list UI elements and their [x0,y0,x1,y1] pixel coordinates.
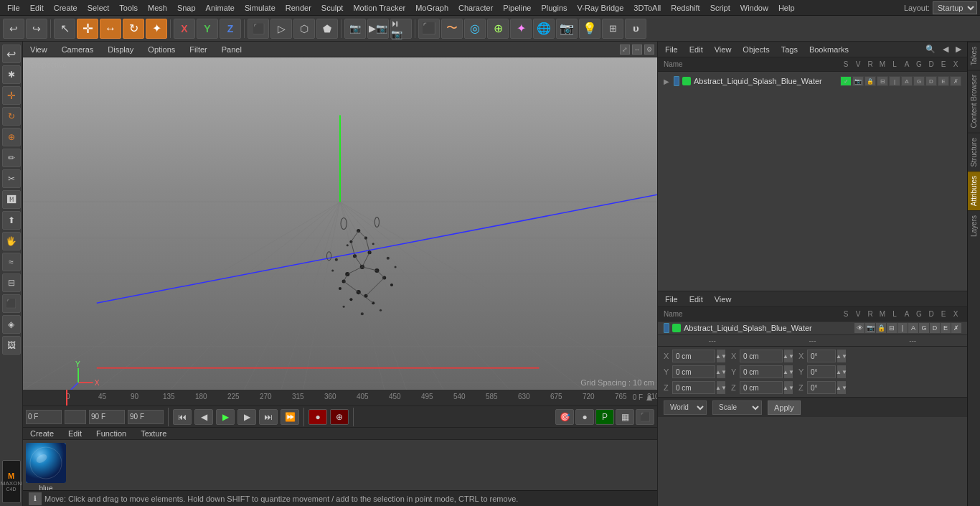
menu-snap[interactable]: Snap [173,2,200,14]
attr-flag-9[interactable]: E [941,323,951,333]
menu-create[interactable]: Create [50,2,82,14]
menu-mesh[interactable]: Mesh [143,2,171,14]
sidebar-rotate[interactable]: ↻ [2,107,21,126]
menu-window[interactable]: Window [736,2,773,14]
mat-menu-create[interactable]: Create [26,428,58,439]
view-btn[interactable]: ⬛ [636,409,654,425]
prev-frame-btn[interactable]: ◀ [194,409,213,425]
play-forward[interactable]: ⏩ [281,409,299,425]
attr-flag-2[interactable]: 📷 [865,323,875,333]
sidebar-extrude[interactable]: ⬆ [2,211,21,230]
om-flag-extra1[interactable]: ⊟ [877,76,888,86]
om-nav-icon-2[interactable]: ▶ [953,44,964,54]
rot-x-arrow[interactable]: ▲▼ [784,350,793,362]
object-row-main[interactable]: ▶ Abstract_Liquid_Splash_Blue_Water ✓ 📷 … [661,75,964,88]
menu-help[interactable]: Help [774,2,799,14]
attr-object-row[interactable]: Abstract_Liquid_Splash_Blue_Water 👁 📷 🔒 … [658,322,967,335]
undo-button[interactable]: ↩ [3,19,24,39]
go-to-end[interactable]: ⏭ [259,409,278,425]
render-output[interactable]: ⏯📷 [390,19,412,39]
rotate-tool[interactable]: ↻ [123,19,144,39]
om-nav-icon-1[interactable]: ◀ [940,44,951,54]
end-frame-input[interactable] [89,410,125,424]
om-flag-extra5[interactable]: D [925,76,937,86]
menu-mograph[interactable]: MoGraph [411,2,453,14]
menu-tools[interactable]: Tools [115,2,142,14]
curve-obj[interactable]: 〜 [441,19,463,39]
sidebar-sculpt[interactable]: 🖐 [2,232,21,250]
rot-z-input[interactable] [740,381,783,394]
attr-flag-5[interactable]: | [897,323,908,333]
mat-menu-edit[interactable]: Edit [64,428,86,439]
om-flag-extra3[interactable]: A [901,76,913,86]
menu-simulate[interactable]: Simulate [240,2,280,14]
menu-script[interactable]: Script [706,2,735,14]
attr-flag-10[interactable]: ✗ [951,323,961,333]
scale-z-arrow[interactable]: ▲▼ [837,381,846,394]
far-tab-attributes[interactable]: Attributes [968,171,980,210]
menu-pipeline[interactable]: Pipeline [499,2,535,14]
frame-input-2[interactable] [65,410,86,424]
om-menu-edit[interactable]: Edit [685,44,707,55]
apply-button[interactable]: Apply [768,400,801,415]
scale-y-arrow[interactable]: ▲▼ [837,365,846,378]
sidebar-knife[interactable]: ✂ [2,169,21,188]
mograph-grid[interactable]: ⊞ [602,19,623,39]
go-to-start[interactable]: ⏮ [173,409,192,425]
om-flag-lock[interactable]: 🔒 [864,76,876,86]
vp-icon-config[interactable]: ⚙ [644,44,654,55]
grid-btn[interactable]: ▦ [616,409,634,425]
far-tab-layers[interactable]: Layers [968,210,980,241]
render-region[interactable]: 📷 [344,19,366,39]
mat-menu-function[interactable]: Function [92,428,131,439]
transform-tool[interactable]: ✦ [146,19,167,39]
attr-flag-3[interactable]: 🔒 [876,323,886,333]
sidebar-smooth[interactable]: ≈ [2,253,21,271]
rot-y-arrow[interactable]: ▲▼ [784,365,793,378]
menu-file[interactable]: File [3,2,24,14]
far-tab-takes[interactable]: Takes [968,42,980,70]
mat-menu-texture[interactable]: Texture [136,428,171,439]
rot-z-arrow[interactable]: ▲▼ [784,381,793,394]
scale-tool[interactable]: ↔ [100,19,121,39]
menu-render[interactable]: Render [281,2,316,14]
om-flag-extra4[interactable]: G [913,76,925,86]
keyframe-btn[interactable]: P [595,409,614,425]
pos-z-arrow[interactable]: ▲▼ [717,381,725,394]
model-mode[interactable]: ⬛ [248,19,269,39]
om-menu-bookmarks[interactable]: Bookmarks [805,44,853,55]
scale-x-arrow[interactable]: ▲▼ [837,350,846,362]
auto-keying[interactable]: ⊕ [330,409,349,425]
sidebar-magnet[interactable]: 🅼 [2,190,21,209]
sidebar-snap[interactable]: ◈ [2,315,21,334]
sidebar-mirror[interactable]: ⊟ [2,273,21,292]
start-frame-input[interactable] [26,410,62,424]
scale-select[interactable]: Scale Absolute Relative [712,400,762,415]
vp-menu-cameras[interactable]: Cameras [57,44,98,55]
mesh-mode[interactable]: ▷ [270,19,292,39]
om-menu-file[interactable]: File [661,44,682,55]
om-search-icon[interactable]: 🔍 [923,44,938,54]
menu-3dtoall[interactable]: 3DToAll [629,2,665,14]
om-menu-tags[interactable]: Tags [777,44,802,55]
play-btn[interactable]: ▶ [216,409,235,425]
attr-flag-4[interactable]: ⊟ [887,323,897,333]
pos-y-input[interactable] [672,365,715,378]
y-axis-btn[interactable]: Y [197,19,218,39]
menu-edit[interactable]: Edit [26,2,48,14]
sidebar-align[interactable]: ⬛ [2,294,21,313]
menu-plugins[interactable]: Plugins [537,2,571,14]
frame-scroll-up[interactable]: ▲ [644,391,654,403]
record-btn[interactable]: ● [308,409,327,425]
viewport-canvas[interactable]: Perspective Grid Spacing : 10 cm [23,57,657,390]
pos-z-input[interactable] [672,381,715,394]
menu-select[interactable]: Select [83,2,114,14]
scale-y-input[interactable] [807,365,836,378]
next-frame-btn[interactable]: ▶ [237,409,256,425]
pos-x-input[interactable] [672,350,715,362]
menu-animate[interactable]: Animate [202,2,239,14]
attr-menu-edit[interactable]: Edit [685,294,707,305]
menu-motion-tracker[interactable]: Motion Tracker [349,2,410,14]
vp-menu-filter[interactable]: Filter [185,44,211,55]
menu-character[interactable]: Character [454,2,497,14]
